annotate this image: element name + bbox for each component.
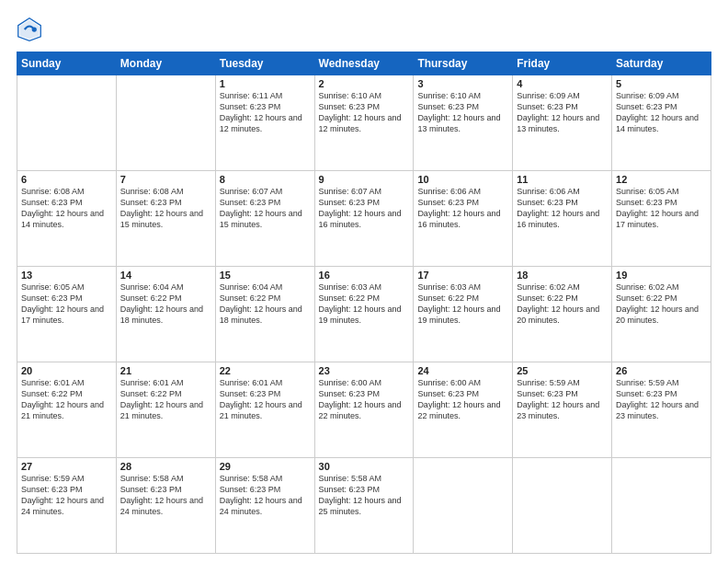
- day-info: Sunrise: 6:06 AM Sunset: 6:23 PM Dayligh…: [517, 186, 608, 231]
- day-number: 1: [220, 78, 311, 89]
- day-info: Sunrise: 5:59 AM Sunset: 6:23 PM Dayligh…: [517, 377, 608, 422]
- day-number: 20: [21, 365, 112, 376]
- day-number: 23: [319, 365, 410, 376]
- day-cell: 28Sunrise: 5:58 AM Sunset: 6:23 PM Dayli…: [116, 458, 215, 554]
- day-cell: 7Sunrise: 6:08 AM Sunset: 6:23 PM Daylig…: [116, 171, 215, 267]
- column-header-monday: Monday: [116, 52, 215, 75]
- day-number: 21: [120, 365, 211, 376]
- day-info: Sunrise: 6:05 AM Sunset: 6:23 PM Dayligh…: [21, 282, 112, 327]
- day-cell: 6Sunrise: 6:08 AM Sunset: 6:23 PM Daylig…: [17, 171, 117, 267]
- day-cell: 12Sunrise: 6:05 AM Sunset: 6:23 PM Dayli…: [612, 171, 711, 267]
- day-info: Sunrise: 6:08 AM Sunset: 6:23 PM Dayligh…: [120, 186, 211, 231]
- day-number: 24: [417, 365, 508, 376]
- day-cell: [513, 458, 612, 554]
- day-number: 30: [319, 461, 410, 472]
- day-number: 25: [517, 365, 608, 376]
- day-info: Sunrise: 6:03 AM Sunset: 6:22 PM Dayligh…: [319, 282, 410, 327]
- column-header-wednesday: Wednesday: [314, 52, 414, 75]
- calendar-header: SundayMondayTuesdayWednesdayThursdayFrid…: [17, 52, 711, 75]
- day-info: Sunrise: 6:04 AM Sunset: 6:22 PM Dayligh…: [220, 282, 311, 327]
- day-number: 5: [616, 78, 707, 89]
- day-cell: 20Sunrise: 6:01 AM Sunset: 6:22 PM Dayli…: [17, 362, 117, 458]
- day-cell: 25Sunrise: 5:59 AM Sunset: 6:23 PM Dayli…: [513, 362, 612, 458]
- day-cell: 3Sunrise: 6:10 AM Sunset: 6:23 PM Daylig…: [414, 75, 513, 171]
- day-cell: 18Sunrise: 6:02 AM Sunset: 6:22 PM Dayli…: [513, 267, 612, 362]
- column-header-thursday: Thursday: [414, 52, 513, 75]
- day-number: 10: [417, 174, 508, 185]
- day-info: Sunrise: 5:59 AM Sunset: 6:23 PM Dayligh…: [21, 473, 112, 518]
- day-cell: [17, 75, 117, 171]
- day-info: Sunrise: 6:10 AM Sunset: 6:23 PM Dayligh…: [417, 90, 508, 135]
- day-info: Sunrise: 5:59 AM Sunset: 6:23 PM Dayligh…: [616, 377, 707, 422]
- day-number: 17: [417, 270, 508, 281]
- day-number: 22: [220, 365, 311, 376]
- day-cell: 5Sunrise: 6:09 AM Sunset: 6:23 PM Daylig…: [612, 75, 711, 171]
- week-row-5: 27Sunrise: 5:59 AM Sunset: 6:23 PM Dayli…: [17, 458, 711, 554]
- day-number: 12: [616, 174, 707, 185]
- day-cell: 9Sunrise: 6:07 AM Sunset: 6:23 PM Daylig…: [314, 171, 414, 267]
- day-cell: 16Sunrise: 6:03 AM Sunset: 6:22 PM Dayli…: [314, 267, 414, 362]
- column-header-tuesday: Tuesday: [215, 52, 314, 75]
- column-header-saturday: Saturday: [612, 52, 711, 75]
- day-info: Sunrise: 6:02 AM Sunset: 6:22 PM Dayligh…: [616, 282, 707, 327]
- day-cell: 4Sunrise: 6:09 AM Sunset: 6:23 PM Daylig…: [513, 75, 612, 171]
- day-info: Sunrise: 6:09 AM Sunset: 6:23 PM Dayligh…: [616, 90, 707, 135]
- page: SundayMondayTuesdayWednesdayThursdayFrid…: [0, 0, 728, 563]
- day-info: Sunrise: 6:07 AM Sunset: 6:23 PM Dayligh…: [220, 186, 311, 231]
- day-cell: 14Sunrise: 6:04 AM Sunset: 6:22 PM Dayli…: [116, 267, 215, 362]
- calendar-body: 1Sunrise: 6:11 AM Sunset: 6:23 PM Daylig…: [17, 75, 711, 554]
- day-cell: 8Sunrise: 6:07 AM Sunset: 6:23 PM Daylig…: [215, 171, 314, 267]
- day-number: 27: [21, 461, 112, 472]
- day-cell: 23Sunrise: 6:00 AM Sunset: 6:23 PM Dayli…: [314, 362, 414, 458]
- day-info: Sunrise: 6:00 AM Sunset: 6:23 PM Dayligh…: [417, 377, 508, 422]
- day-cell: 2Sunrise: 6:10 AM Sunset: 6:23 PM Daylig…: [314, 75, 414, 171]
- day-info: Sunrise: 5:58 AM Sunset: 6:23 PM Dayligh…: [319, 473, 410, 518]
- week-row-3: 13Sunrise: 6:05 AM Sunset: 6:23 PM Dayli…: [17, 267, 711, 362]
- day-info: Sunrise: 6:01 AM Sunset: 6:22 PM Dayligh…: [21, 377, 112, 422]
- day-cell: [116, 75, 215, 171]
- day-number: 8: [220, 174, 311, 185]
- day-number: 9: [319, 174, 410, 185]
- header-row: SundayMondayTuesdayWednesdayThursdayFrid…: [17, 52, 711, 75]
- svg-point-2: [32, 27, 37, 31]
- day-number: 11: [517, 174, 608, 185]
- day-number: 28: [120, 461, 211, 472]
- day-number: 14: [120, 270, 211, 281]
- logo-icon: [17, 17, 42, 42]
- day-cell: 24Sunrise: 6:00 AM Sunset: 6:23 PM Dayli…: [414, 362, 513, 458]
- day-info: Sunrise: 6:03 AM Sunset: 6:22 PM Dayligh…: [417, 282, 508, 327]
- column-header-friday: Friday: [513, 52, 612, 75]
- day-info: Sunrise: 6:08 AM Sunset: 6:23 PM Dayligh…: [21, 186, 112, 231]
- day-cell: 17Sunrise: 6:03 AM Sunset: 6:22 PM Dayli…: [414, 267, 513, 362]
- day-cell: [612, 458, 711, 554]
- day-number: 15: [220, 270, 311, 281]
- week-row-2: 6Sunrise: 6:08 AM Sunset: 6:23 PM Daylig…: [17, 171, 711, 267]
- day-cell: 1Sunrise: 6:11 AM Sunset: 6:23 PM Daylig…: [215, 75, 314, 171]
- day-cell: 30Sunrise: 5:58 AM Sunset: 6:23 PM Dayli…: [314, 458, 414, 554]
- day-number: 18: [517, 270, 608, 281]
- day-cell: 21Sunrise: 6:01 AM Sunset: 6:22 PM Dayli…: [116, 362, 215, 458]
- day-number: 3: [417, 78, 508, 89]
- day-cell: 13Sunrise: 6:05 AM Sunset: 6:23 PM Dayli…: [17, 267, 117, 362]
- day-info: Sunrise: 6:11 AM Sunset: 6:23 PM Dayligh…: [220, 90, 311, 135]
- day-number: 19: [616, 270, 707, 281]
- day-cell: 10Sunrise: 6:06 AM Sunset: 6:23 PM Dayli…: [414, 171, 513, 267]
- week-row-4: 20Sunrise: 6:01 AM Sunset: 6:22 PM Dayli…: [17, 362, 711, 458]
- day-info: Sunrise: 6:02 AM Sunset: 6:22 PM Dayligh…: [517, 282, 608, 327]
- day-cell: 11Sunrise: 6:06 AM Sunset: 6:23 PM Dayli…: [513, 171, 612, 267]
- day-number: 7: [120, 174, 211, 185]
- day-info: Sunrise: 5:58 AM Sunset: 6:23 PM Dayligh…: [220, 473, 311, 518]
- day-info: Sunrise: 6:04 AM Sunset: 6:22 PM Dayligh…: [120, 282, 211, 327]
- day-cell: 27Sunrise: 5:59 AM Sunset: 6:23 PM Dayli…: [17, 458, 117, 554]
- week-row-1: 1Sunrise: 6:11 AM Sunset: 6:23 PM Daylig…: [17, 75, 711, 171]
- day-cell: 22Sunrise: 6:01 AM Sunset: 6:23 PM Dayli…: [215, 362, 314, 458]
- day-info: Sunrise: 6:05 AM Sunset: 6:23 PM Dayligh…: [616, 186, 707, 231]
- calendar-table: SundayMondayTuesdayWednesdayThursdayFrid…: [17, 52, 711, 554]
- day-info: Sunrise: 6:09 AM Sunset: 6:23 PM Dayligh…: [517, 90, 608, 135]
- day-info: Sunrise: 6:01 AM Sunset: 6:22 PM Dayligh…: [120, 377, 211, 422]
- day-number: 13: [21, 270, 112, 281]
- day-info: Sunrise: 6:07 AM Sunset: 6:23 PM Dayligh…: [319, 186, 410, 231]
- day-info: Sunrise: 6:06 AM Sunset: 6:23 PM Dayligh…: [417, 186, 508, 231]
- day-number: 16: [319, 270, 410, 281]
- day-cell: [414, 458, 513, 554]
